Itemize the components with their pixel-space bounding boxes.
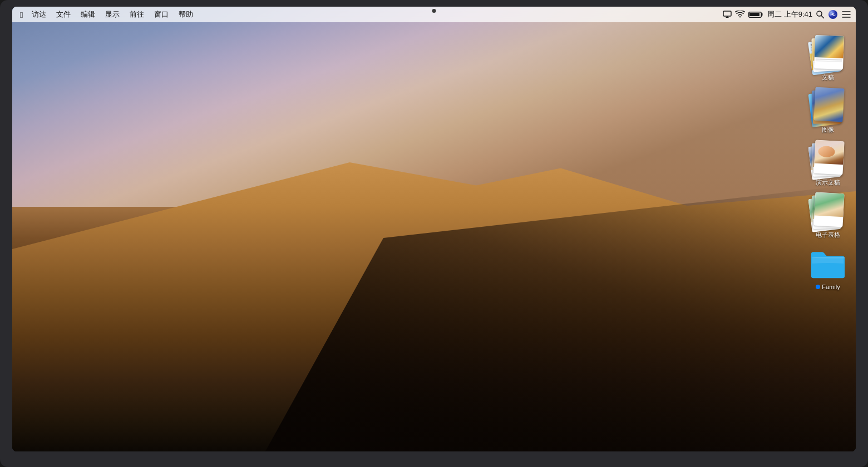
menu-go[interactable]: 前往	[125, 8, 149, 21]
search-icon[interactable]	[816, 10, 825, 19]
svg-point-7	[832, 13, 834, 15]
wenzao-stack	[810, 36, 846, 73]
wenzao-stack-3	[814, 35, 844, 69]
menu-window[interactable]: 窗口	[150, 8, 173, 21]
siri-icon[interactable]	[828, 9, 838, 19]
tuxiang-stack	[810, 88, 846, 126]
dianzi-stack	[810, 193, 846, 231]
menu-view[interactable]: 显示	[101, 8, 124, 21]
desktop-icon-dianzi[interactable]: 电子表格	[806, 191, 850, 241]
desktop-icon-tuxiang[interactable]: 图像	[806, 86, 850, 136]
airplay-icon[interactable]	[723, 11, 732, 18]
notification-center-icon[interactable]	[841, 11, 851, 18]
wallpaper-sky	[12, 7, 856, 207]
desktop-icons: 文稿 图像	[800, 29, 856, 297]
menu-help[interactable]: 帮助	[174, 8, 198, 21]
svg-rect-3	[749, 13, 760, 16]
yanshi-stack-3	[813, 140, 844, 175]
wenzao-label: 文稿	[822, 73, 834, 81]
svg-rect-0	[723, 11, 731, 16]
svg-line-5	[821, 16, 824, 18]
menu-finda[interactable]: 访达	[27, 8, 51, 21]
wenzao-icon-image	[810, 36, 846, 71]
battery-icon[interactable]	[748, 11, 764, 18]
tuxiang-label: 图像	[822, 126, 834, 133]
desktop-icon-family[interactable]: Family	[806, 243, 850, 293]
desktop[interactable]:  访达 文件 编辑 显示 前往 窗口 帮助	[12, 7, 856, 451]
dianzi-label: 电子表格	[816, 231, 840, 239]
family-label: Family	[822, 283, 840, 291]
tuxiang-stack-3	[813, 87, 844, 122]
menu-time: 周二 上午9:41	[767, 9, 812, 19]
yanshi-icon-image	[810, 141, 846, 176]
dianzi-stack-3	[813, 192, 844, 227]
yanshi-label: 演示文稿	[816, 178, 840, 186]
camera-dot	[432, 9, 436, 13]
menu-edit[interactable]: 编辑	[76, 8, 100, 21]
tuxiang-icon-image	[810, 88, 846, 123]
desktop-icon-wenzao[interactable]: 文稿	[806, 33, 850, 83]
dianzi-icon-image	[810, 193, 846, 228]
screen-bezel:  访达 文件 编辑 显示 前往 窗口 帮助	[12, 7, 856, 451]
apple-menu[interactable]: 	[17, 9, 26, 21]
family-folder-svg	[810, 247, 846, 279]
menubar-right: 周二 上午9:41	[723, 9, 851, 19]
family-label-row: Family	[816, 283, 840, 291]
wifi-icon[interactable]	[735, 11, 745, 18]
menubar-left:  访达 文件 编辑 显示 前往 窗口 帮助	[17, 8, 198, 21]
family-icon-image	[810, 245, 846, 281]
macbook-frame:  访达 文件 编辑 显示 前往 窗口 帮助	[0, 0, 868, 467]
svg-rect-2	[762, 13, 763, 16]
yanshi-stack	[810, 141, 846, 178]
desktop-icon-yanshi[interactable]: 演示文稿	[806, 138, 850, 188]
family-icloud-dot	[816, 285, 820, 289]
menu-file[interactable]: 文件	[52, 8, 75, 21]
